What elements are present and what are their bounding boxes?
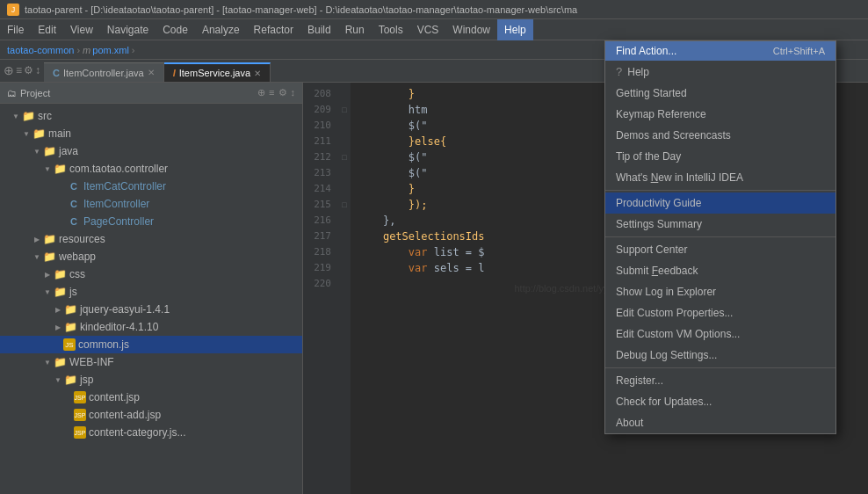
help-menu-getting-started-label: Getting Started [616, 87, 687, 99]
folder-icon-js: 📁 [53, 285, 67, 299]
tab-close-item-service[interactable]: ✕ [254, 69, 261, 78]
tree-label-itemcontroller: ItemController [83, 198, 149, 210]
fold-icon-1 [338, 86, 351, 102]
help-menu-debug-log[interactable]: Debug Log Settings... [605, 345, 835, 366]
settings-icon[interactable]: ⚙ [24, 64, 33, 76]
tree-item-webinf[interactable]: ▼ 📁 WEB-INF [0, 353, 302, 371]
tree-item-controller-pkg[interactable]: ▼ 📁 com.taotao.controller [0, 160, 302, 178]
class-icon-pagecontroller: C [67, 214, 81, 229]
menu-tools[interactable]: Tools [372, 19, 410, 40]
tree-arrow-controller-pkg: ▼ [42, 163, 53, 174]
menu-file[interactable]: File [0, 19, 31, 40]
sidebar-arrow-icon[interactable]: ↕ [291, 87, 296, 98]
tree-item-main[interactable]: ▼ 📁 main [0, 125, 302, 142]
tab-label-item-controller: ItemController.java [63, 68, 144, 78]
tree-item-webapp[interactable]: ▼ 📁 webapp [0, 248, 302, 265]
help-menu-demos[interactable]: Demos and Screencasts [605, 125, 835, 146]
project-icon: 🗂 [7, 88, 17, 98]
help-menu-whats-new-label: What's New in IntelliJ IDEA [616, 171, 743, 184]
tree-item-jquery[interactable]: ▶ 📁 jquery-easyui-1.4.1 [0, 301, 302, 318]
help-menu-show-log[interactable]: Show Log in Explorer [605, 281, 835, 302]
tree-item-css[interactable]: ▶ 📁 css [0, 265, 302, 283]
tab-item-service[interactable]: I ItemService.java ✕ [164, 62, 271, 82]
tree-item-itemcat[interactable]: C ItemCatController [0, 178, 302, 195]
line-numbers: 208 209 210 211 212 213 214 215 216 217 … [303, 83, 338, 494]
tree-item-jsp-folder[interactable]: ▼ 📁 jsp [0, 371, 302, 389]
menu-vcs[interactable]: VCS [410, 19, 446, 40]
find-action-item[interactable]: Find Action... Ctrl+Shift+A [605, 41, 835, 61]
split-icon[interactable]: ↕ [35, 64, 40, 76]
menu-refactor[interactable]: Refactor [247, 19, 300, 40]
tree-item-java[interactable]: ▼ 📁 java [0, 142, 302, 160]
fold-icon-12 [338, 260, 351, 276]
breadcrumb-item-2[interactable]: pom.xml [92, 45, 129, 55]
sidebar-gear-icon[interactable]: ⚙ [278, 87, 287, 98]
folder-icon-css: 📁 [53, 267, 67, 281]
tab-item-controller[interactable]: C ItemController.java ✕ [44, 62, 164, 82]
breadcrumb-item-m: m [83, 45, 90, 55]
tree-item-content-cat-jsp[interactable]: JSP content-category.js... [0, 424, 302, 441]
help-menu-edit-vm[interactable]: Edit Custom VM Options... [605, 323, 835, 345]
tab-list-icon[interactable]: ≡ [16, 64, 22, 76]
help-menu-support[interactable]: Support Center [605, 239, 835, 260]
tree-item-src[interactable]: ▼ 📁 src [0, 107, 302, 125]
help-menu-register-label: Register... [616, 374, 663, 387]
sidebar-config-icon[interactable]: ≡ [269, 87, 274, 98]
tree-item-commonjs[interactable]: JS common.js [0, 336, 302, 353]
tree-arrow-jquery: ▶ [53, 304, 63, 315]
help-dropdown-menu: Find Action... Ctrl+Shift+A ? Help Getti… [604, 40, 836, 434]
breadcrumb-item-1[interactable]: taotao-common [7, 45, 74, 55]
fold-icon-11 [338, 244, 351, 260]
tree-item-content-add-jsp[interactable]: JSP content-add.jsp [0, 406, 302, 424]
folder-icon-src: 📁 [21, 109, 35, 123]
tree-item-content-jsp[interactable]: JSP content.jsp [0, 389, 302, 406]
menu-window[interactable]: Window [445, 19, 497, 40]
title-bar: J taotao-parent - [D:\ideataotao\taotao-… [0, 0, 868, 19]
help-menu-getting-started[interactable]: Getting Started [605, 83, 835, 104]
jsp-icon-content: JSP [74, 391, 86, 403]
help-menu-check-updates[interactable]: Check for Updates... [605, 391, 835, 412]
tree-item-kindeditor[interactable]: ▶ 📁 kindeditor-4.1.10 [0, 318, 302, 336]
help-menu-feedback[interactable]: Submit Feedback [605, 260, 835, 281]
menu-build[interactable]: Build [300, 19, 338, 40]
new-tab-icon[interactable]: ⊕ [4, 63, 14, 77]
tree-item-js[interactable]: ▼ 📁 js [0, 283, 302, 301]
help-menu-debug-log-label: Debug Log Settings... [616, 349, 717, 361]
tree-label-css: css [69, 268, 85, 280]
fold-icon-3 [338, 118, 351, 134]
help-menu-productivity[interactable]: Productivity Guide [605, 193, 835, 214]
tree-label-itemcat: ItemCatController [83, 180, 166, 193]
question-icon: ? [616, 65, 622, 78]
sidebar-sync-icon[interactable]: ⊕ [257, 87, 265, 98]
folder-icon-controller-pkg: 📁 [53, 162, 67, 176]
menu-run[interactable]: Run [338, 19, 372, 40]
menu-code[interactable]: Code [156, 19, 195, 40]
tab-close-item-controller[interactable]: ✕ [148, 68, 155, 77]
help-menu-productivity-label: Productivity Guide [616, 197, 701, 209]
help-menu-whats-new[interactable]: What's New in IntelliJ IDEA [605, 167, 835, 188]
jsp-icon-content-cat: JSP [74, 426, 86, 439]
menu-help[interactable]: Help [497, 19, 533, 40]
separator-1 [605, 190, 835, 191]
help-menu-help[interactable]: ? Help [605, 61, 835, 83]
help-menu-settings-summary[interactable]: Settings Summary [605, 214, 835, 235]
project-tree: ▼ 📁 src ▼ 📁 main ▼ 📁 java ▼ [0, 104, 302, 445]
tree-arrow-resources: ▶ [32, 234, 42, 244]
tree-label-pagecontroller: PageController [83, 215, 154, 228]
tree-item-pagecontroller[interactable]: C PageController [0, 213, 302, 230]
help-menu-tip[interactable]: Tip of the Day [605, 146, 835, 167]
sidebar: 🗂 Project ⊕ ≡ ⚙ ↕ ▼ 📁 src ▼ 📁 main [0, 83, 303, 494]
tree-item-itemcontroller[interactable]: C ItemController [0, 195, 302, 213]
fold-icon-5: □ [338, 149, 351, 165]
help-menu-demos-label: Demos and Screencasts [616, 129, 731, 142]
menu-view[interactable]: View [63, 19, 100, 40]
help-menu-keymap[interactable]: Keymap Reference [605, 104, 835, 125]
help-menu-check-updates-label: Check for Updates... [616, 396, 712, 408]
help-menu-about[interactable]: About [605, 412, 835, 433]
menu-edit[interactable]: Edit [31, 19, 63, 40]
menu-analyze[interactable]: Analyze [195, 19, 247, 40]
menu-navigate[interactable]: Navigate [100, 19, 156, 40]
tree-item-resources[interactable]: ▶ 📁 resources [0, 230, 302, 248]
help-menu-edit-props[interactable]: Edit Custom Properties... [605, 302, 835, 323]
help-menu-register[interactable]: Register... [605, 370, 835, 391]
